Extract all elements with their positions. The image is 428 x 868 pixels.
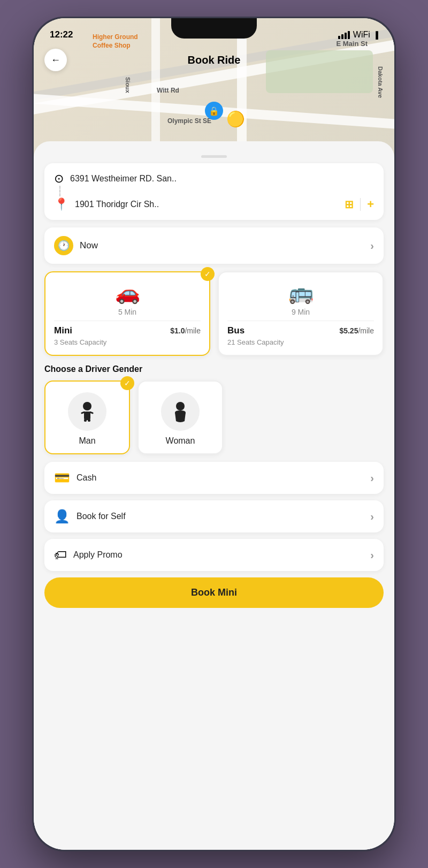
booking-for-label: Book for Self [77, 512, 126, 521]
map-sioux-label: Sioux [125, 77, 131, 93]
schedule-icon: 🕐 [54, 236, 73, 255]
bus-name: Bus [227, 325, 244, 336]
location-connector [59, 186, 60, 196]
payment-card[interactable]: 💳 Cash › [44, 462, 384, 494]
svg-rect-5 [88, 419, 90, 422]
content-area: ⊙ 6391 Westheimer RD. San.. 📍 1901 Thori… [34, 141, 394, 850]
svg-rect-4 [84, 419, 87, 422]
schedule-card[interactable]: 🕐 Now › [44, 227, 384, 264]
booking-for-card[interactable]: 👤 Book for Self › [44, 500, 384, 532]
gender-card-woman[interactable]: Woman [137, 380, 223, 454]
booking-for-icon: 👤 [54, 509, 70, 524]
woman-label: Woman [166, 436, 195, 446]
gender-cards: ✓ Man [44, 380, 384, 454]
bus-time: 9 Min [227, 308, 374, 316]
man-avatar [68, 392, 106, 431]
promo-card[interactable]: 🏷 Apply Promo › [44, 539, 384, 571]
svg-point-0 [83, 402, 91, 410]
notch [171, 18, 257, 39]
origin-row: ⊙ 6391 Westheimer RD. San.. [54, 172, 374, 186]
payment-left: 💳 Cash [54, 470, 96, 485]
svg-rect-1 [84, 412, 90, 420]
back-button[interactable]: ← [44, 49, 67, 71]
destination-text[interactable]: 1901 Thoridgr Cir Sh.. [75, 200, 159, 209]
mini-name: Mini [54, 325, 72, 336]
mini-icon: 🚗 [54, 281, 201, 304]
schedule-label: Now [80, 240, 98, 251]
map-witt-label: Witt Rd [157, 87, 179, 94]
svg-point-6 [176, 402, 185, 410]
map-toggle-icon[interactable]: ⊞ [345, 198, 354, 211]
book-button[interactable]: Book Mini [44, 577, 384, 608]
man-label: Man [79, 436, 95, 446]
promo-icon: 🏷 [54, 547, 67, 562]
gender-title: Choose a Driver Gender [44, 364, 384, 374]
booking-for-chevron: › [370, 511, 374, 523]
signal-icon [338, 31, 350, 39]
mini-time: 5 Min [54, 308, 201, 316]
gender-card-man[interactable]: ✓ Man [44, 380, 130, 454]
mini-seats: 3 Seats Capacity [54, 338, 201, 346]
origin-text[interactable]: 6391 Westheimer RD. San.. [70, 174, 177, 184]
schedule-left: 🕐 Now [54, 236, 98, 255]
page-title: Book Ride [67, 54, 361, 66]
bus-price: $5.25/mile [339, 326, 374, 335]
booking-for-left: 👤 Book for Self [54, 509, 126, 524]
battery-icon: ▐ [373, 31, 378, 39]
payment-icon: 💳 [54, 470, 70, 485]
schedule-chevron: › [370, 240, 374, 252]
status-time: 12:22 [50, 29, 73, 40]
add-stop-icon[interactable]: + [367, 197, 374, 211]
destination-actions: ⊞ + [345, 197, 374, 211]
promo-label: Apply Promo [73, 550, 123, 560]
destination-icon: 📍 [54, 197, 68, 211]
vehicle-card-mini[interactable]: ✓ 🚗 5 Min Mini $1.0/mile 3 Seats Capacit… [44, 271, 210, 356]
wifi-icon: WiFi [353, 30, 370, 40]
map-header: ← Book Ride [34, 45, 394, 75]
bus-icon: 🚌 [227, 281, 374, 304]
mini-price: $1.0/mile [170, 326, 201, 335]
vehicle-cards: ✓ 🚗 5 Min Mini $1.0/mile 3 Seats Capacit… [44, 271, 384, 356]
vehicle-card-bus[interactable]: 🚌 9 Min Bus $5.25/mile 21 Seats Capacity [218, 271, 384, 356]
payment-chevron: › [370, 472, 374, 484]
destination-row: 📍 1901 Thoridgr Cir Sh.. ⊞ + [54, 197, 374, 211]
promo-left: 🏷 Apply Promo [54, 547, 123, 562]
man-check: ✓ [120, 376, 134, 390]
payment-label: Cash [77, 473, 96, 483]
drag-handle [201, 155, 227, 158]
promo-chevron: › [370, 549, 374, 561]
woman-avatar [161, 392, 200, 431]
vehicle-section: ✓ 🚗 5 Min Mini $1.0/mile 3 Seats Capacit… [44, 271, 384, 356]
location-card: ⊙ 6391 Westheimer RD. San.. 📍 1901 Thori… [44, 163, 384, 220]
origin-icon: ⊙ [54, 172, 64, 186]
mini-check: ✓ [201, 267, 215, 281]
gender-section: Choose a Driver Gender ✓ [44, 364, 384, 454]
bus-seats: 21 Seats Capacity [227, 338, 374, 346]
status-icons: WiFi ▐ [338, 30, 378, 40]
